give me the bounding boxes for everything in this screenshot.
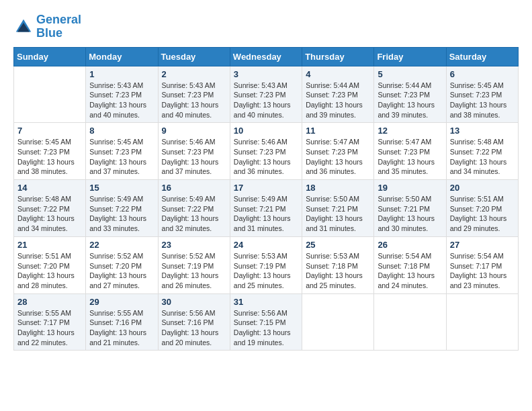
day-number: 30 xyxy=(162,297,226,307)
day-number: 19 xyxy=(378,183,442,193)
day-number: 11 xyxy=(306,126,370,136)
day-number: 7 xyxy=(17,126,82,136)
day-number: 13 xyxy=(450,126,515,136)
day-number: 5 xyxy=(378,69,442,79)
day-number: 24 xyxy=(234,240,298,250)
calendar-cell: 2Sunrise: 5:43 AMSunset: 7:23 PMDaylight… xyxy=(158,66,230,123)
calendar-cell: 16Sunrise: 5:49 AMSunset: 7:22 PMDayligh… xyxy=(158,180,230,237)
logo-text-line1: General xyxy=(36,13,81,27)
calendar-cell: 23Sunrise: 5:52 AMSunset: 7:19 PMDayligh… xyxy=(158,236,230,293)
day-number: 3 xyxy=(234,69,298,79)
day-number: 27 xyxy=(450,240,515,250)
weekday-header-saturday: Saturday xyxy=(446,47,518,66)
calendar-cell: 4Sunrise: 5:44 AMSunset: 7:23 PMDaylight… xyxy=(302,66,374,123)
day-info: Sunrise: 5:55 AMSunset: 7:16 PMDaylight:… xyxy=(89,308,154,348)
calendar-cell xyxy=(302,293,374,351)
calendar-cell: 3Sunrise: 5:43 AMSunset: 7:23 PMDaylight… xyxy=(230,66,302,123)
day-info: Sunrise: 5:55 AMSunset: 7:17 PMDaylight:… xyxy=(17,308,82,348)
day-info: Sunrise: 5:56 AMSunset: 7:16 PMDaylight:… xyxy=(162,308,226,348)
day-number: 21 xyxy=(17,240,82,250)
calendar-cell: 17Sunrise: 5:49 AMSunset: 7:21 PMDayligh… xyxy=(230,180,302,237)
day-number: 20 xyxy=(450,183,515,193)
calendar-cell xyxy=(14,66,86,123)
day-info: Sunrise: 5:49 AMSunset: 7:21 PMDaylight:… xyxy=(234,194,298,234)
day-info: Sunrise: 5:43 AMSunset: 7:23 PMDaylight:… xyxy=(234,81,298,120)
day-number: 8 xyxy=(89,126,154,136)
calendar-cell: 6Sunrise: 5:45 AMSunset: 7:23 PMDaylight… xyxy=(446,66,518,123)
calendar-week-row: 28Sunrise: 5:55 AMSunset: 7:17 PMDayligh… xyxy=(14,293,519,351)
calendar-cell: 7Sunrise: 5:45 AMSunset: 7:23 PMDaylight… xyxy=(14,123,86,180)
calendar-cell: 14Sunrise: 5:48 AMSunset: 7:22 PMDayligh… xyxy=(14,180,86,237)
calendar-cell: 12Sunrise: 5:47 AMSunset: 7:23 PMDayligh… xyxy=(374,123,446,180)
calendar-cell: 31Sunrise: 5:56 AMSunset: 7:15 PMDayligh… xyxy=(230,293,302,351)
calendar-cell: 20Sunrise: 5:51 AMSunset: 7:20 PMDayligh… xyxy=(446,180,518,237)
day-number: 10 xyxy=(234,126,298,136)
weekday-header-thursday: Thursday xyxy=(302,47,374,66)
calendar-cell: 11Sunrise: 5:47 AMSunset: 7:23 PMDayligh… xyxy=(302,123,374,180)
day-info: Sunrise: 5:51 AMSunset: 7:20 PMDaylight:… xyxy=(17,251,82,291)
day-info: Sunrise: 5:43 AMSunset: 7:23 PMDaylight:… xyxy=(89,81,154,120)
calendar-cell: 30Sunrise: 5:56 AMSunset: 7:16 PMDayligh… xyxy=(158,293,230,351)
weekday-header-friday: Friday xyxy=(374,47,446,66)
weekday-header-monday: Monday xyxy=(86,47,158,66)
day-number: 26 xyxy=(378,240,442,250)
day-info: Sunrise: 5:53 AMSunset: 7:18 PMDaylight:… xyxy=(306,251,370,291)
calendar-cell xyxy=(374,293,446,351)
day-number: 22 xyxy=(89,240,154,250)
day-number: 15 xyxy=(89,183,154,193)
day-number: 31 xyxy=(234,297,298,307)
calendar-week-row: 21Sunrise: 5:51 AMSunset: 7:20 PMDayligh… xyxy=(14,236,519,293)
calendar-week-row: 14Sunrise: 5:48 AMSunset: 7:22 PMDayligh… xyxy=(14,180,519,237)
day-number: 12 xyxy=(378,126,442,136)
calendar-week-row: 7Sunrise: 5:45 AMSunset: 7:23 PMDaylight… xyxy=(14,123,519,180)
calendar-cell: 9Sunrise: 5:46 AMSunset: 7:23 PMDaylight… xyxy=(158,123,230,180)
day-info: Sunrise: 5:48 AMSunset: 7:22 PMDaylight:… xyxy=(450,137,515,177)
day-info: Sunrise: 5:45 AMSunset: 7:23 PMDaylight:… xyxy=(89,137,154,177)
calendar-cell: 25Sunrise: 5:53 AMSunset: 7:18 PMDayligh… xyxy=(302,236,374,293)
calendar-cell: 26Sunrise: 5:54 AMSunset: 7:18 PMDayligh… xyxy=(374,236,446,293)
calendar-cell: 28Sunrise: 5:55 AMSunset: 7:17 PMDayligh… xyxy=(14,293,86,351)
calendar-cell: 18Sunrise: 5:50 AMSunset: 7:21 PMDayligh… xyxy=(302,180,374,237)
day-info: Sunrise: 5:51 AMSunset: 7:20 PMDaylight:… xyxy=(450,194,515,234)
day-number: 9 xyxy=(162,126,226,136)
calendar-cell: 27Sunrise: 5:54 AMSunset: 7:17 PMDayligh… xyxy=(446,236,518,293)
day-number: 23 xyxy=(162,240,226,250)
calendar-header-row: SundayMondayTuesdayWednesdayThursdayFrid… xyxy=(14,47,519,66)
logo: General Blue xyxy=(13,13,81,40)
day-info: Sunrise: 5:53 AMSunset: 7:19 PMDaylight:… xyxy=(234,251,298,291)
day-number: 28 xyxy=(17,297,82,307)
day-info: Sunrise: 5:44 AMSunset: 7:23 PMDaylight:… xyxy=(378,81,442,120)
day-info: Sunrise: 5:43 AMSunset: 7:23 PMDaylight:… xyxy=(162,81,226,120)
calendar-cell: 15Sunrise: 5:49 AMSunset: 7:22 PMDayligh… xyxy=(86,180,158,237)
day-number: 16 xyxy=(162,183,226,193)
page-header: General Blue xyxy=(13,13,519,40)
day-number: 25 xyxy=(306,240,370,250)
day-info: Sunrise: 5:45 AMSunset: 7:23 PMDaylight:… xyxy=(450,81,515,120)
day-info: Sunrise: 5:44 AMSunset: 7:23 PMDaylight:… xyxy=(306,81,370,120)
day-number: 6 xyxy=(450,69,515,79)
logo-icon xyxy=(13,17,34,37)
day-number: 2 xyxy=(162,69,226,79)
calendar-week-row: 1Sunrise: 5:43 AMSunset: 7:23 PMDaylight… xyxy=(14,66,519,123)
day-info: Sunrise: 5:56 AMSunset: 7:15 PMDaylight:… xyxy=(234,308,298,348)
day-info: Sunrise: 5:52 AMSunset: 7:19 PMDaylight:… xyxy=(162,251,226,291)
calendar-cell: 10Sunrise: 5:46 AMSunset: 7:23 PMDayligh… xyxy=(230,123,302,180)
day-info: Sunrise: 5:45 AMSunset: 7:23 PMDaylight:… xyxy=(17,137,82,177)
day-number: 18 xyxy=(306,183,370,193)
day-number: 29 xyxy=(89,297,154,307)
calendar-cell: 24Sunrise: 5:53 AMSunset: 7:19 PMDayligh… xyxy=(230,236,302,293)
calendar-cell: 29Sunrise: 5:55 AMSunset: 7:16 PMDayligh… xyxy=(86,293,158,351)
calendar-cell: 8Sunrise: 5:45 AMSunset: 7:23 PMDaylight… xyxy=(86,123,158,180)
day-info: Sunrise: 5:46 AMSunset: 7:23 PMDaylight:… xyxy=(162,137,226,177)
day-info: Sunrise: 5:48 AMSunset: 7:22 PMDaylight:… xyxy=(17,194,82,234)
day-number: 1 xyxy=(89,69,154,79)
day-info: Sunrise: 5:54 AMSunset: 7:17 PMDaylight:… xyxy=(450,251,515,291)
calendar-cell: 19Sunrise: 5:50 AMSunset: 7:21 PMDayligh… xyxy=(374,180,446,237)
day-info: Sunrise: 5:47 AMSunset: 7:23 PMDaylight:… xyxy=(306,137,370,177)
calendar-cell: 21Sunrise: 5:51 AMSunset: 7:20 PMDayligh… xyxy=(14,236,86,293)
day-number: 17 xyxy=(234,183,298,193)
day-info: Sunrise: 5:46 AMSunset: 7:23 PMDaylight:… xyxy=(234,137,298,177)
day-info: Sunrise: 5:50 AMSunset: 7:21 PMDaylight:… xyxy=(306,194,370,234)
logo-text-line2: Blue xyxy=(36,27,81,40)
calendar-cell: 13Sunrise: 5:48 AMSunset: 7:22 PMDayligh… xyxy=(446,123,518,180)
